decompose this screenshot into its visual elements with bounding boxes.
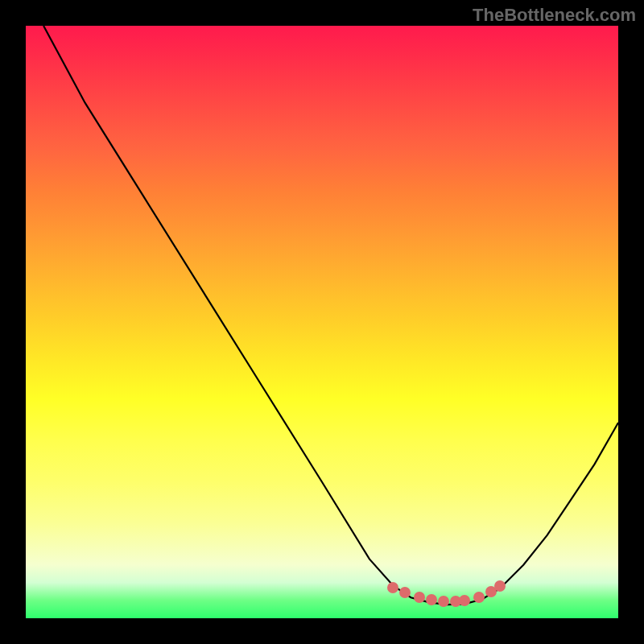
data-marker: [459, 595, 470, 606]
chart-plot-area: [26, 26, 618, 618]
data-marker: [494, 580, 506, 592]
bottleneck-curve: [43, 26, 618, 605]
data-marker: [438, 596, 449, 607]
data-marker: [485, 586, 497, 597]
data-marker: [399, 587, 411, 598]
data-marker: [473, 592, 485, 603]
data-marker: [426, 594, 437, 605]
data-marker: [414, 592, 425, 603]
data-marker: [387, 582, 398, 593]
watermark-text: TheBottleneck.com: [473, 5, 636, 26]
marker-group: [26, 26, 618, 618]
curve-svg: [26, 26, 618, 618]
data-marker: [450, 596, 461, 607]
